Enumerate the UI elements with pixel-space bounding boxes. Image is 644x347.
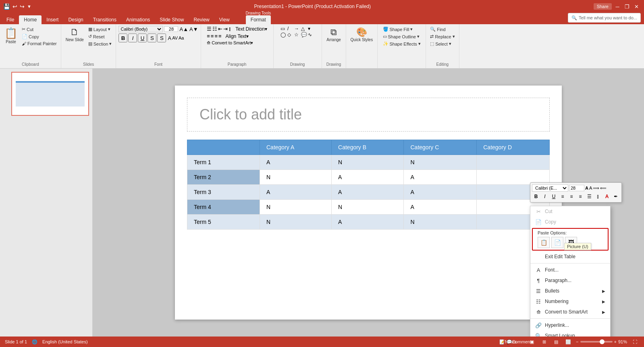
table-cell-row4-col0[interactable]: Term 4 <box>187 200 260 215</box>
comments-button[interactable]: 💬 Comments <box>515 337 524 346</box>
table-cell-row1-col3[interactable]: N <box>404 155 477 170</box>
mini-font-size-input[interactable] <box>569 185 584 191</box>
table-cell-row4-col3[interactable]: A <box>404 200 477 215</box>
mini-decrease-indent-icon[interactable]: ⟸ <box>600 186 607 191</box>
numbering-btn[interactable]: ☷ <box>212 26 217 32</box>
select-button[interactable]: ⬚ Select▾ <box>428 40 456 47</box>
paste-button[interactable]: 📋 Paste <box>2 26 19 45</box>
slide-thumbnail-1[interactable] <box>11 72 89 116</box>
align-right-btn[interactable]: ≡ <box>214 33 218 39</box>
align-center-btn[interactable]: ≡ <box>211 33 214 39</box>
ctx-font-item[interactable]: A Font... <box>530 265 610 275</box>
copy-button[interactable]: 📄 Copy <box>20 33 58 40</box>
table-cell-row1-col0[interactable]: Term 1 <box>187 155 260 170</box>
table-cell-row5-col2[interactable]: A <box>332 215 404 230</box>
tab-file[interactable]: File <box>2 15 19 24</box>
zoom-slider[interactable] <box>580 341 613 343</box>
columns-btn[interactable]: ⫿ <box>229 26 231 32</box>
increase-indent-btn[interactable]: ⇥ <box>223 26 228 32</box>
redo-icon[interactable]: ↪ <box>20 3 25 10</box>
replace-button[interactable]: ⇄ Replace▾ <box>428 33 456 40</box>
table-cell-row3-col0[interactable]: Term 3 <box>187 185 260 200</box>
font-name-select[interactable]: Calibri (Body) <box>118 26 163 32</box>
align-text-btn[interactable]: Align Text▾ <box>226 33 249 39</box>
ctx-smartlookup-item[interactable]: 🔍 Smart Lookup <box>530 330 610 337</box>
shape-arrow[interactable]: → <box>294 26 301 31</box>
font-shrink-btn[interactable]: A▼ <box>189 26 198 32</box>
tab-view[interactable]: View <box>214 15 235 24</box>
shape-diamond[interactable]: ◇ <box>287 32 294 38</box>
section-button[interactable]: ▤ Section▾ <box>87 40 114 47</box>
zoom-in-btn[interactable]: + <box>614 339 617 344</box>
shape-tri[interactable]: △ <box>301 26 307 31</box>
save-icon[interactable]: 💾 <box>3 3 10 10</box>
arrange-button[interactable]: ⧉ Arrange <box>324 26 343 43</box>
mini-highlight-btn[interactable]: ✒ <box>612 192 620 201</box>
ctx-hyperlink-item[interactable]: 🔗 Hyperlink... <box>530 320 610 330</box>
tell-me-input[interactable]: 🔍 Tell me what you want to do... <box>568 13 641 23</box>
ctx-numbering-item[interactable]: ☷ Numbering ▶ <box>530 296 610 307</box>
mini-increase-indent-icon[interactable]: ⟹ <box>593 186 599 191</box>
mini-underline-btn[interactable]: U <box>550 192 558 201</box>
tab-slideshow[interactable]: Slide Show <box>155 15 189 24</box>
mini-align-right-btn[interactable]: ≡ <box>576 192 584 201</box>
mini-shrink-icon[interactable]: A <box>589 186 592 190</box>
tab-review[interactable]: Review <box>189 15 214 24</box>
align-left-btn[interactable]: ≡ <box>207 33 210 39</box>
shape-effects-button[interactable]: ✨ Shape Effects▾ <box>381 40 422 47</box>
close-button[interactable]: ✕ <box>633 2 641 10</box>
justify-btn[interactable]: ≡ <box>218 33 222 39</box>
change-case-btn[interactable]: Aa <box>179 36 184 40</box>
shape-rect[interactable]: ▭ <box>280 26 287 31</box>
tab-format[interactable]: Format <box>246 15 271 24</box>
table-cell-row1-col4[interactable] <box>477 155 550 170</box>
font-grow-btn[interactable]: A▲ <box>179 26 188 32</box>
tab-design[interactable]: Design <box>63 15 88 24</box>
underline-button[interactable]: U <box>138 33 147 42</box>
ctx-paragraph-item[interactable]: ¶ Paragraph... <box>530 275 610 286</box>
tab-home[interactable]: Home <box>19 15 42 24</box>
font-color-btn[interactable]: A <box>168 35 171 41</box>
undo-icon[interactable]: ↩ <box>12 3 17 10</box>
shape-curve[interactable]: ∿ <box>308 32 314 38</box>
reading-view-btn[interactable]: ▤ <box>552 337 561 346</box>
share-button[interactable]: Share <box>594 3 612 10</box>
shape-star[interactable]: ☆ <box>294 32 301 38</box>
table-cell-row2-col1[interactable]: N <box>260 170 332 185</box>
customize-icon[interactable]: ▼ <box>27 4 31 9</box>
normal-view-btn[interactable]: ▣ <box>528 337 536 346</box>
mini-bold-btn[interactable]: B <box>532 192 540 201</box>
bold-button[interactable]: B <box>118 33 127 42</box>
shadow-button[interactable]: S <box>157 33 166 42</box>
shape-ellipse[interactable]: ◯ <box>280 32 287 38</box>
shape-more[interactable]: ▾ <box>308 26 314 31</box>
ctx-convert-smartart-item[interactable]: ⟰ Convert to SmartArt ▶ <box>530 307 610 317</box>
mini-align-center-btn[interactable]: ≡ <box>567 192 575 201</box>
restore-button[interactable]: ❐ <box>623 2 631 10</box>
mini-grow-icon[interactable]: A <box>585 186 588 190</box>
table-cell-row4-col2[interactable]: N <box>332 200 404 215</box>
mini-italic-btn[interactable]: I <box>541 192 549 201</box>
zoom-out-btn[interactable]: − <box>576 339 578 344</box>
table-cell-row5-col1[interactable]: N <box>260 215 332 230</box>
shape-outline-button[interactable]: ▭ Shape Outline▾ <box>381 33 422 40</box>
mini-align-left-btn[interactable]: ≡ <box>559 192 567 201</box>
ctx-exit-edit-item[interactable]: Exit Edit Table <box>530 251 610 262</box>
table-cell-row2-col0[interactable]: Term 2 <box>187 170 260 185</box>
slide-sorter-btn[interactable]: ⊞ <box>540 337 548 346</box>
ctx-paste-icon-2[interactable]: 📄 <box>551 237 563 248</box>
mini-columns-btn[interactable]: ⫿ <box>594 192 602 201</box>
shape-callout[interactable]: 💬 <box>301 32 307 38</box>
convert-smartart-btn[interactable]: ⟰ Convert to SmartArt▾ <box>207 40 253 46</box>
find-button[interactable]: 🔍 Find <box>428 26 456 33</box>
table-cell-row5-col0[interactable]: Term 5 <box>187 215 260 230</box>
table-cell-row2-col2[interactable]: A <box>332 170 404 185</box>
ctx-paste-icon-1[interactable]: 📋 <box>538 237 550 248</box>
fit-slide-btn[interactable]: ⛶ <box>630 337 639 346</box>
strikethrough-button[interactable]: S <box>147 33 156 42</box>
font-size-input[interactable] <box>164 26 178 32</box>
table-cell-row3-col1[interactable]: A <box>260 185 332 200</box>
cut-button[interactable]: ✂ Cut <box>20 26 58 33</box>
bullets-btn[interactable]: ☰ <box>207 26 212 32</box>
layout-button[interactable]: ▦ Layout▾ <box>87 26 114 33</box>
